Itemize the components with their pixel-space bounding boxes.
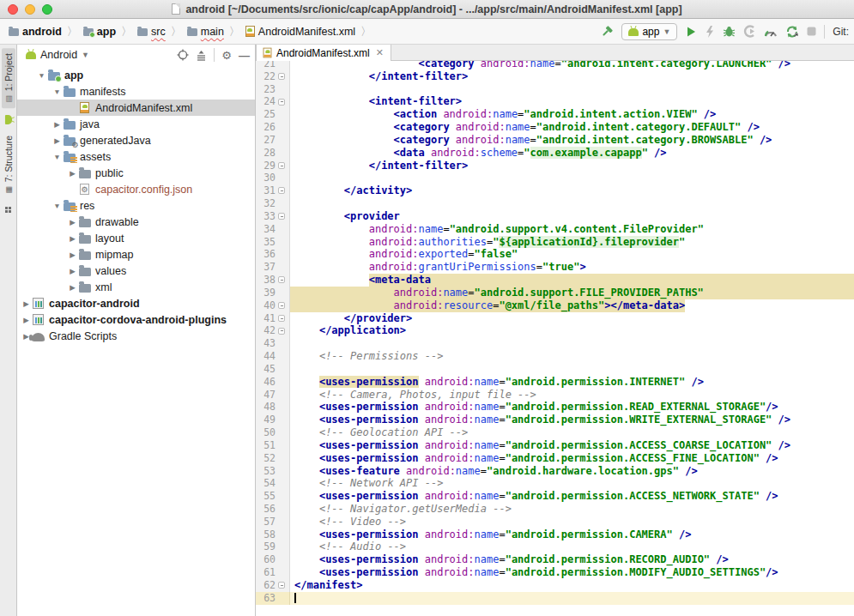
tree-item-androidmanifest-xml[interactable]: AndroidManifest.xml xyxy=(17,100,255,116)
apply-changes-icon[interactable] xyxy=(705,23,715,40)
code-line-47[interactable]: 47 <!-- Camera, Photos, input file --> xyxy=(256,389,854,402)
tree-item-res[interactable]: ▼res xyxy=(17,197,255,214)
code-line-36[interactable]: 36 android:exported="false" xyxy=(256,248,854,261)
code-line-25[interactable]: 25 <action android:name="android.intent.… xyxy=(256,108,854,121)
code-line-33[interactable]: 33 <provider xyxy=(256,210,854,223)
fold-marker-icon[interactable] xyxy=(278,328,285,335)
gear-icon[interactable]: ⚙ xyxy=(221,49,232,62)
project-view-selector[interactable]: Android xyxy=(40,49,77,61)
code-line-28[interactable]: 28 <data android:scheme="com.example.cap… xyxy=(256,147,854,160)
tree-item-capacitor-config-json[interactable]: capacitor.config.json xyxy=(17,181,255,197)
attach-debugger-icon[interactable] xyxy=(743,23,756,40)
code-line-40[interactable]: 40 android:resource="@xml/file_paths"></… xyxy=(256,299,854,312)
chevron-right-icon[interactable]: ▶ xyxy=(51,120,63,129)
code-line-53[interactable]: 53 <uses-feature android:name="android.h… xyxy=(256,465,854,478)
fold-marker-icon[interactable] xyxy=(278,99,285,106)
tab-androidmanifest[interactable]: AndroidManifest.xml ✕ xyxy=(256,45,391,61)
run-config-selector[interactable]: app ▼ xyxy=(621,23,677,40)
code-line-55[interactable]: 55 <uses-permission android:name="androi… xyxy=(256,490,854,503)
code-line-34[interactable]: 34 android:name="android.support.v4.cont… xyxy=(256,223,854,236)
close-tab-icon[interactable]: ✕ xyxy=(374,47,384,58)
hide-panel-icon[interactable]: — xyxy=(239,49,250,62)
code-line-32[interactable]: 32 xyxy=(256,197,854,210)
tree-item-java[interactable]: ▶java xyxy=(17,116,255,132)
code-line-38[interactable]: 38 <meta-data xyxy=(256,274,854,287)
tree-item-public[interactable]: ▶public xyxy=(17,165,255,181)
code-line-60[interactable]: 60 <uses-permission android:name="androi… xyxy=(256,553,854,566)
code-line-23[interactable]: 23 xyxy=(256,83,854,96)
fold-marker-icon[interactable] xyxy=(278,73,285,80)
breadcrumb-item-src[interactable]: src xyxy=(136,24,167,39)
chevron-right-icon[interactable]: ▶ xyxy=(67,218,78,226)
close-window-button[interactable] xyxy=(8,4,18,15)
code-line-54[interactable]: 54 <!-- Network API --> xyxy=(256,477,854,490)
code-line-43[interactable]: 43 xyxy=(256,337,854,350)
tree-item-drawable[interactable]: ▶drawable xyxy=(17,214,255,230)
chevron-down-icon[interactable]: ▼ xyxy=(51,88,63,96)
chevron-right-icon[interactable]: ▶ xyxy=(67,169,78,178)
code-line-24[interactable]: 24 <intent-filter> xyxy=(256,95,854,108)
fold-marker-icon[interactable] xyxy=(278,187,285,194)
chevron-down-icon[interactable]: ▼ xyxy=(51,202,63,210)
code-line-61[interactable]: 61 <uses-permission android:name="androi… xyxy=(256,566,854,579)
tree-item-values[interactable]: ▶values xyxy=(17,263,255,279)
tree-item-assets[interactable]: ▼assets xyxy=(17,148,255,165)
code-line-45[interactable]: 45 xyxy=(256,363,854,376)
breadcrumb-item-app[interactable]: app xyxy=(82,24,118,39)
fold-marker-icon[interactable] xyxy=(278,213,285,220)
code-line-22[interactable]: 22 </intent-filter> xyxy=(256,70,854,83)
fold-marker-icon[interactable] xyxy=(278,582,285,589)
tool-window-button-structure[interactable]: ▦ 7: Structure xyxy=(2,130,15,199)
code-line-52[interactable]: 52 <uses-permission android:name="androi… xyxy=(256,452,854,465)
code-line-29[interactable]: 29 </intent-filter> xyxy=(256,160,854,172)
chevron-right-icon[interactable]: ▶ xyxy=(67,234,78,243)
code-line-57[interactable]: 57 <!-- Video --> xyxy=(256,516,854,528)
tree-item-manifests[interactable]: ▼manifests xyxy=(17,83,255,100)
fold-marker-icon[interactable] xyxy=(278,162,285,169)
tree-item-generatedjava[interactable]: ▶generatedJava xyxy=(17,132,255,148)
code-line-56[interactable]: 56 <!-- Navigator.getUserMedia --> xyxy=(256,503,854,516)
code-editor[interactable]: 21 <category android:name="android.inten… xyxy=(256,61,854,616)
debug-icon[interactable] xyxy=(723,23,736,40)
chevron-right-icon[interactable]: ▶ xyxy=(21,299,32,308)
code-line-21[interactable]: 21 <category android:name="android.inten… xyxy=(256,61,854,70)
chevron-right-icon[interactable]: ▶ xyxy=(51,136,63,145)
chevron-down-icon[interactable]: ▼ xyxy=(36,71,47,80)
code-line-62[interactable]: 62</manifest> xyxy=(256,579,854,592)
chevron-right-icon[interactable]: ▶ xyxy=(67,283,78,292)
fold-marker-icon[interactable] xyxy=(278,302,285,309)
profiler-icon[interactable] xyxy=(764,23,778,40)
chevron-down-icon[interactable]: ▼ xyxy=(51,153,63,161)
code-line-39[interactable]: 39 android:name="android.support.FILE_PR… xyxy=(256,287,854,299)
stop-icon[interactable] xyxy=(807,23,816,40)
gradle-sync-icon[interactable] xyxy=(785,23,799,40)
code-line-27[interactable]: 27 <category android:name="android.inten… xyxy=(256,134,854,147)
code-line-63[interactable]: 63 xyxy=(256,592,854,605)
code-line-31[interactable]: 31 </activity> xyxy=(256,184,854,197)
run-icon[interactable] xyxy=(685,23,697,40)
code-line-41[interactable]: 41 </provider> xyxy=(256,312,854,325)
code-line-35[interactable]: 35 android:authorities="${applicationId}… xyxy=(256,236,854,249)
code-line-51[interactable]: 51 <uses-permission android:name="androi… xyxy=(256,439,854,452)
fold-marker-icon[interactable] xyxy=(278,276,285,283)
tree-item-layout[interactable]: ▶layout xyxy=(17,230,255,246)
tree-item-mipmap[interactable]: ▶mipmap xyxy=(17,246,255,263)
code-line-44[interactable]: 44 <!-- Permissions --> xyxy=(256,350,854,363)
tool-window-button-project[interactable]: ▤ 1: Project xyxy=(2,48,15,108)
tree-item-xml[interactable]: ▶xml xyxy=(17,279,255,295)
tree-item-app[interactable]: ▼app xyxy=(17,67,255,83)
build-hammer-icon[interactable] xyxy=(600,23,614,40)
locate-file-icon[interactable] xyxy=(177,49,189,61)
chevron-right-icon[interactable]: ▶ xyxy=(21,316,32,324)
fold-marker-icon[interactable] xyxy=(278,315,285,322)
chevron-right-icon[interactable]: ▶ xyxy=(67,267,78,275)
minimize-window-button[interactable] xyxy=(25,4,35,15)
favorites-icon[interactable] xyxy=(5,207,11,213)
code-line-58[interactable]: 58 <uses-permission android:name="androi… xyxy=(256,528,854,541)
breadcrumb-item-main[interactable]: main xyxy=(185,24,226,39)
code-line-26[interactable]: 26 <category android:name="android.inten… xyxy=(256,121,854,134)
code-line-42[interactable]: 42 </application> xyxy=(256,324,854,337)
tree-item-capacitor-android[interactable]: ▶capacitor-android xyxy=(17,295,255,311)
breadcrumb-item-androidmanifest[interactable]: AndroidManifest.xml xyxy=(244,24,357,39)
code-line-48[interactable]: 48 <uses-permission android:name="androi… xyxy=(256,401,854,414)
